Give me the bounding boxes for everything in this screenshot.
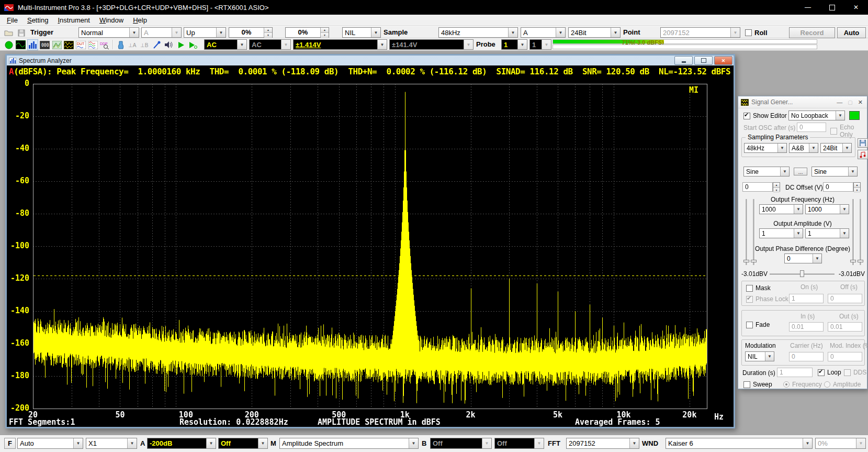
dc-offset-a-spinner[interactable]: ▲▼ — [773, 182, 780, 192]
save-icon[interactable] — [16, 27, 27, 38]
auto-button[interactable]: Auto — [837, 27, 866, 38]
menu-help[interactable]: Help — [128, 15, 152, 25]
app-titlebar: Multi-Instrument Pro 3.8 - [+3DP+DLG+LCR… — [0, 0, 868, 15]
zoom-select[interactable]: X1▼ — [86, 438, 137, 449]
amplitude-fader-b2[interactable] — [860, 199, 862, 265]
siggen-minimize-button[interactable]: — — [837, 99, 842, 105]
output-phase-label: Output Phase Difference (Degree) — [738, 245, 867, 252]
fader-handle-b1[interactable] — [850, 260, 856, 262]
mask-checkbox[interactable]: Mask — [746, 284, 771, 292]
fader-handle-a1[interactable] — [743, 260, 749, 262]
duration-label: Duration (s) — [742, 369, 775, 377]
trigger-edge-select[interactable]: Up▼ — [184, 27, 226, 38]
window-function-select[interactable]: Kaiser 6▼ — [666, 438, 813, 449]
wnd-label: WND — [642, 438, 658, 449]
sampling-rate-select[interactable]: 48kHz▼ — [438, 27, 518, 38]
cursor-reader-icon[interactable] — [151, 39, 162, 50]
trigger-delay-spinner[interactable]: 0%▲▼ — [285, 27, 329, 38]
generator-run-indicator[interactable] — [849, 111, 860, 120]
fader-handle-b2[interactable] — [858, 260, 863, 262]
waveform-a-select[interactable]: Sine▼ — [743, 167, 790, 177]
siggen-notes-button[interactable] — [858, 150, 868, 159]
probe-a-select[interactable]: 1▼ — [501, 39, 527, 50]
start-osc-label: Start OSC after (s) — [743, 124, 795, 131]
menu-bar: File Setting Instrument Window Help — [0, 15, 868, 26]
fader-handle-a2[interactable] — [751, 260, 757, 262]
siggen-save-button[interactable] — [858, 138, 868, 148]
siggen-sampling-rate-select[interactable]: 48kHz▼ — [744, 143, 787, 153]
loop-checkbox[interactable]: Loop — [818, 369, 841, 376]
play-icon[interactable] — [175, 39, 186, 50]
trigger-level-spinner[interactable]: 0%▲▼ — [229, 27, 273, 38]
roll-checkbox[interactable]: Roll — [745, 29, 768, 37]
frequency-b-select[interactable]: 1000▼ — [805, 204, 849, 214]
range-a-select[interactable]: ±1.414V▼ — [293, 39, 387, 50]
waveform-b-select[interactable]: Sine▼ — [811, 167, 858, 177]
spectrum-3d-plot-icon[interactable] — [51, 39, 62, 50]
amplitude-fader-a2[interactable] — [753, 199, 755, 265]
phase-difference-select[interactable]: 0▼ — [784, 253, 822, 263]
open-file-icon[interactable] — [3, 27, 14, 38]
amplitude-fader-b1[interactable] — [852, 199, 854, 265]
display-mode-select[interactable]: Amplitude Spectrum▼ — [279, 438, 419, 449]
balance-slider-handle[interactable] — [800, 270, 804, 277]
dc-offset-a-input[interactable]: 0 — [742, 182, 773, 192]
channel-a-label: A — [140, 438, 145, 449]
trigger-hpf-select[interactable]: NIL▼ — [342, 27, 381, 38]
amplitude-a-select[interactable]: 1▼ — [759, 228, 803, 238]
frequency-a-select[interactable]: 1000▼ — [759, 204, 803, 214]
frequency-axis-select[interactable]: Auto▼ — [17, 438, 83, 449]
play-loop-icon[interactable] — [187, 39, 198, 50]
signal-generator-title: Signal Gener... — [751, 98, 793, 106]
toolbar-instruments-input: 000 DUT DDP ⊥A ⊥B AC▼ AC▼ — [0, 38, 868, 51]
amplitude-b-select[interactable]: 1▼ — [805, 228, 849, 238]
spectrum-plot[interactable] — [7, 65, 734, 427]
device-test-plan-icon[interactable]: DUT — [75, 39, 86, 50]
signal-generator-titlebar[interactable]: Signal Gener... — ▢ ✕ — [738, 96, 867, 108]
menu-setting[interactable]: Setting — [22, 15, 53, 25]
siggen-close-button[interactable]: ✕ — [858, 99, 863, 106]
app-maximize-button[interactable] — [820, 0, 844, 15]
spectrum-window-titlebar[interactable]: Spectrum Analyzer ✕ — [7, 56, 734, 65]
spectrum-analyzer-icon[interactable] — [27, 39, 38, 50]
sound-device-icon[interactable] — [163, 39, 174, 50]
sweep-checkbox[interactable]: Sweep — [743, 381, 772, 388]
mask-on-label: On (s) — [801, 283, 818, 291]
dc-offset-b-spinner[interactable]: ▲▼ — [853, 182, 861, 192]
spectrum-restore-button[interactable] — [694, 56, 713, 65]
vibrometer-icon[interactable] — [87, 39, 98, 50]
menu-instrument[interactable]: Instrument — [53, 15, 94, 25]
app-close-button[interactable]: ✕ — [844, 0, 868, 15]
app-minimize-button[interactable]: — — [796, 0, 820, 15]
menu-window[interactable]: Window — [95, 15, 128, 25]
siggen-bits-select[interactable]: 24Bit▼ — [820, 143, 852, 153]
reference-a-icon: ⊥A — [127, 39, 138, 50]
modulation-select[interactable]: NIL▼ — [745, 351, 774, 361]
derived-data-icon[interactable] — [115, 39, 126, 50]
run-icon[interactable] — [3, 39, 14, 50]
trigger-mode-select[interactable]: Normal▼ — [78, 27, 139, 38]
spectrum-minimize-button[interactable] — [674, 56, 693, 65]
ddp-viewer-icon[interactable]: DDP — [99, 39, 110, 50]
coupling-a-select[interactable]: AC▼ — [204, 39, 247, 50]
toolbar-display: F Auto▼ X1▼ A -200dB▼ Off▼ M Amplitude S… — [0, 435, 868, 452]
a-shift-select[interactable]: Off▼ — [218, 438, 268, 449]
mask-on-input: 1 — [789, 294, 824, 303]
siggen-channels-select[interactable]: A&B▼ — [789, 143, 818, 153]
trigger-source-select: A▼ — [141, 27, 182, 38]
fft-size-select[interactable]: 2097152▼ — [566, 438, 639, 449]
waveform-more-button[interactable]: ... — [794, 168, 807, 175]
sampling-bits-select[interactable]: 24Bit▼ — [568, 27, 621, 38]
loopback-select[interactable]: No Loopback▼ — [788, 111, 845, 120]
menu-file[interactable]: File — [2, 15, 22, 25]
show-editor-checkbox[interactable]: Show Editor — [743, 112, 787, 119]
a-range-select[interactable]: -200dB▼ — [147, 438, 216, 449]
fade-checkbox[interactable]: Fade — [746, 321, 770, 328]
data-logger-icon[interactable] — [63, 39, 74, 50]
sampling-channel-select[interactable]: A▼ — [521, 27, 566, 38]
dc-offset-b-input[interactable]: 0 — [823, 182, 853, 192]
oscilloscope-icon[interactable] — [15, 39, 26, 50]
multimeter-icon[interactable]: 000 — [39, 39, 50, 50]
amplitude-fader-a1[interactable] — [746, 199, 748, 265]
spectrum-close-button[interactable]: ✕ — [714, 56, 732, 65]
